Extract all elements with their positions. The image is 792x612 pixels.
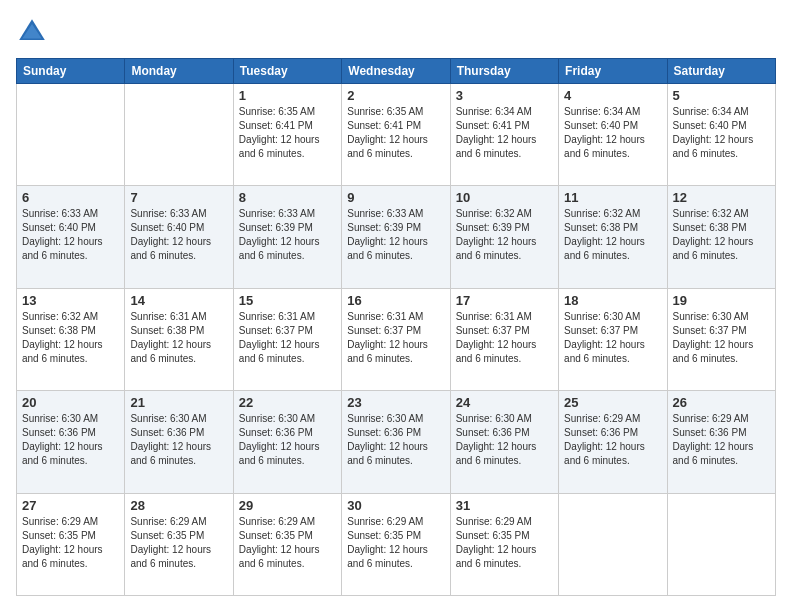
calendar-week-row: 20Sunrise: 6:30 AM Sunset: 6:36 PM Dayli… <box>17 391 776 493</box>
day-info: Sunrise: 6:30 AM Sunset: 6:36 PM Dayligh… <box>456 412 553 468</box>
day-info: Sunrise: 6:33 AM Sunset: 6:40 PM Dayligh… <box>22 207 119 263</box>
calendar-cell: 4Sunrise: 6:34 AM Sunset: 6:40 PM Daylig… <box>559 84 667 186</box>
day-info: Sunrise: 6:32 AM Sunset: 6:38 PM Dayligh… <box>673 207 770 263</box>
day-info: Sunrise: 6:29 AM Sunset: 6:36 PM Dayligh… <box>673 412 770 468</box>
day-info: Sunrise: 6:33 AM Sunset: 6:39 PM Dayligh… <box>347 207 444 263</box>
calendar-cell: 20Sunrise: 6:30 AM Sunset: 6:36 PM Dayli… <box>17 391 125 493</box>
day-number: 16 <box>347 293 444 308</box>
calendar-cell: 26Sunrise: 6:29 AM Sunset: 6:36 PM Dayli… <box>667 391 775 493</box>
calendar-cell: 15Sunrise: 6:31 AM Sunset: 6:37 PM Dayli… <box>233 288 341 390</box>
day-number: 5 <box>673 88 770 103</box>
header <box>16 16 776 48</box>
day-info: Sunrise: 6:32 AM Sunset: 6:39 PM Dayligh… <box>456 207 553 263</box>
day-number: 25 <box>564 395 661 410</box>
calendar-cell: 7Sunrise: 6:33 AM Sunset: 6:40 PM Daylig… <box>125 186 233 288</box>
calendar-cell: 8Sunrise: 6:33 AM Sunset: 6:39 PM Daylig… <box>233 186 341 288</box>
weekday-header: Monday <box>125 59 233 84</box>
calendar-cell <box>559 493 667 595</box>
calendar-cell: 5Sunrise: 6:34 AM Sunset: 6:40 PM Daylig… <box>667 84 775 186</box>
calendar-cell: 13Sunrise: 6:32 AM Sunset: 6:38 PM Dayli… <box>17 288 125 390</box>
day-number: 4 <box>564 88 661 103</box>
day-number: 27 <box>22 498 119 513</box>
calendar-cell: 10Sunrise: 6:32 AM Sunset: 6:39 PM Dayli… <box>450 186 558 288</box>
weekday-header: Saturday <box>667 59 775 84</box>
day-info: Sunrise: 6:29 AM Sunset: 6:35 PM Dayligh… <box>347 515 444 571</box>
calendar-cell: 27Sunrise: 6:29 AM Sunset: 6:35 PM Dayli… <box>17 493 125 595</box>
calendar-cell: 1Sunrise: 6:35 AM Sunset: 6:41 PM Daylig… <box>233 84 341 186</box>
calendar-cell: 11Sunrise: 6:32 AM Sunset: 6:38 PM Dayli… <box>559 186 667 288</box>
calendar-cell: 19Sunrise: 6:30 AM Sunset: 6:37 PM Dayli… <box>667 288 775 390</box>
day-info: Sunrise: 6:31 AM Sunset: 6:37 PM Dayligh… <box>239 310 336 366</box>
calendar-cell <box>17 84 125 186</box>
day-number: 6 <box>22 190 119 205</box>
weekday-header: Wednesday <box>342 59 450 84</box>
calendar-week-row: 6Sunrise: 6:33 AM Sunset: 6:40 PM Daylig… <box>17 186 776 288</box>
calendar-cell: 16Sunrise: 6:31 AM Sunset: 6:37 PM Dayli… <box>342 288 450 390</box>
day-info: Sunrise: 6:33 AM Sunset: 6:40 PM Dayligh… <box>130 207 227 263</box>
day-number: 22 <box>239 395 336 410</box>
weekday-header: Tuesday <box>233 59 341 84</box>
day-info: Sunrise: 6:29 AM Sunset: 6:36 PM Dayligh… <box>564 412 661 468</box>
day-info: Sunrise: 6:31 AM Sunset: 6:37 PM Dayligh… <box>456 310 553 366</box>
day-number: 20 <box>22 395 119 410</box>
calendar-cell: 14Sunrise: 6:31 AM Sunset: 6:38 PM Dayli… <box>125 288 233 390</box>
weekday-header: Thursday <box>450 59 558 84</box>
logo-icon <box>16 16 48 48</box>
calendar-cell: 18Sunrise: 6:30 AM Sunset: 6:37 PM Dayli… <box>559 288 667 390</box>
day-number: 18 <box>564 293 661 308</box>
day-number: 24 <box>456 395 553 410</box>
calendar-cell: 23Sunrise: 6:30 AM Sunset: 6:36 PM Dayli… <box>342 391 450 493</box>
day-number: 17 <box>456 293 553 308</box>
day-number: 12 <box>673 190 770 205</box>
day-number: 11 <box>564 190 661 205</box>
calendar-cell: 21Sunrise: 6:30 AM Sunset: 6:36 PM Dayli… <box>125 391 233 493</box>
calendar-cell <box>667 493 775 595</box>
day-info: Sunrise: 6:32 AM Sunset: 6:38 PM Dayligh… <box>564 207 661 263</box>
day-number: 19 <box>673 293 770 308</box>
weekday-header: Sunday <box>17 59 125 84</box>
calendar-cell: 30Sunrise: 6:29 AM Sunset: 6:35 PM Dayli… <box>342 493 450 595</box>
calendar-cell: 2Sunrise: 6:35 AM Sunset: 6:41 PM Daylig… <box>342 84 450 186</box>
day-number: 29 <box>239 498 336 513</box>
day-number: 21 <box>130 395 227 410</box>
day-number: 23 <box>347 395 444 410</box>
calendar-cell: 6Sunrise: 6:33 AM Sunset: 6:40 PM Daylig… <box>17 186 125 288</box>
day-info: Sunrise: 6:31 AM Sunset: 6:38 PM Dayligh… <box>130 310 227 366</box>
day-info: Sunrise: 6:30 AM Sunset: 6:37 PM Dayligh… <box>673 310 770 366</box>
calendar-cell: 17Sunrise: 6:31 AM Sunset: 6:37 PM Dayli… <box>450 288 558 390</box>
calendar-cell: 22Sunrise: 6:30 AM Sunset: 6:36 PM Dayli… <box>233 391 341 493</box>
day-info: Sunrise: 6:31 AM Sunset: 6:37 PM Dayligh… <box>347 310 444 366</box>
calendar-week-row: 27Sunrise: 6:29 AM Sunset: 6:35 PM Dayli… <box>17 493 776 595</box>
day-number: 31 <box>456 498 553 513</box>
calendar-week-row: 1Sunrise: 6:35 AM Sunset: 6:41 PM Daylig… <box>17 84 776 186</box>
day-info: Sunrise: 6:32 AM Sunset: 6:38 PM Dayligh… <box>22 310 119 366</box>
calendar-cell: 25Sunrise: 6:29 AM Sunset: 6:36 PM Dayli… <box>559 391 667 493</box>
day-info: Sunrise: 6:30 AM Sunset: 6:36 PM Dayligh… <box>22 412 119 468</box>
calendar-cell: 12Sunrise: 6:32 AM Sunset: 6:38 PM Dayli… <box>667 186 775 288</box>
calendar-cell: 28Sunrise: 6:29 AM Sunset: 6:35 PM Dayli… <box>125 493 233 595</box>
day-info: Sunrise: 6:29 AM Sunset: 6:35 PM Dayligh… <box>239 515 336 571</box>
calendar-cell: 9Sunrise: 6:33 AM Sunset: 6:39 PM Daylig… <box>342 186 450 288</box>
logo <box>16 16 52 48</box>
day-info: Sunrise: 6:30 AM Sunset: 6:36 PM Dayligh… <box>347 412 444 468</box>
weekday-header: Friday <box>559 59 667 84</box>
day-info: Sunrise: 6:35 AM Sunset: 6:41 PM Dayligh… <box>347 105 444 161</box>
day-info: Sunrise: 6:34 AM Sunset: 6:41 PM Dayligh… <box>456 105 553 161</box>
day-number: 28 <box>130 498 227 513</box>
day-number: 8 <box>239 190 336 205</box>
calendar-cell: 31Sunrise: 6:29 AM Sunset: 6:35 PM Dayli… <box>450 493 558 595</box>
day-number: 14 <box>130 293 227 308</box>
day-number: 1 <box>239 88 336 103</box>
day-info: Sunrise: 6:34 AM Sunset: 6:40 PM Dayligh… <box>673 105 770 161</box>
day-info: Sunrise: 6:30 AM Sunset: 6:37 PM Dayligh… <box>564 310 661 366</box>
day-number: 9 <box>347 190 444 205</box>
page: SundayMondayTuesdayWednesdayThursdayFrid… <box>0 0 792 612</box>
day-info: Sunrise: 6:29 AM Sunset: 6:35 PM Dayligh… <box>130 515 227 571</box>
calendar-week-row: 13Sunrise: 6:32 AM Sunset: 6:38 PM Dayli… <box>17 288 776 390</box>
day-number: 30 <box>347 498 444 513</box>
calendar-cell: 3Sunrise: 6:34 AM Sunset: 6:41 PM Daylig… <box>450 84 558 186</box>
day-info: Sunrise: 6:29 AM Sunset: 6:35 PM Dayligh… <box>22 515 119 571</box>
day-number: 2 <box>347 88 444 103</box>
day-info: Sunrise: 6:35 AM Sunset: 6:41 PM Dayligh… <box>239 105 336 161</box>
calendar-table: SundayMondayTuesdayWednesdayThursdayFrid… <box>16 58 776 596</box>
